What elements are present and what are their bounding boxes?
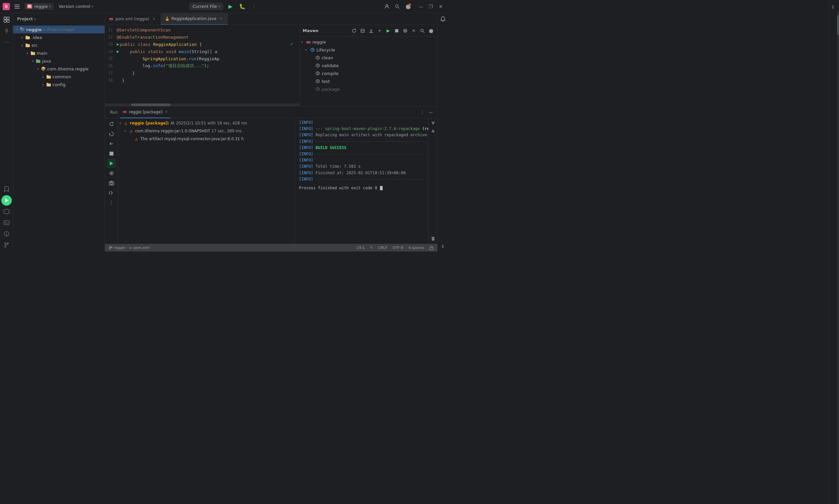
tab-close-reggie[interactable]: ✕: [218, 16, 224, 21]
tab-run[interactable]: Run: [107, 106, 120, 118]
cs-scroll-up[interactable]: [429, 120, 437, 127]
maven-collapse-btn[interactable]: [359, 27, 366, 35]
current-file-button[interactable]: Current File ▾: [189, 3, 223, 10]
maven-search-btn[interactable]: [418, 27, 426, 35]
maven-sidebar-label[interactable]: m: [441, 243, 445, 250]
run-ctrl-restart[interactable]: [107, 129, 116, 139]
maven-settings-btn[interactable]: [427, 27, 435, 35]
activity-item-commits[interactable]: [1, 25, 12, 36]
status-charset[interactable]: UTF-8: [391, 245, 404, 251]
tree-item-com-itheima-reggie[interactable]: ▾ 📦 com.itheima.reggie: [13, 65, 105, 73]
run-ctrl-rerun[interactable]: [107, 120, 116, 129]
run-ctrl-back[interactable]: [107, 139, 116, 148]
activity-item-git[interactable]: [1, 240, 12, 250]
run-ctrl-play[interactable]: [107, 159, 116, 168]
activity-item-run[interactable]: [1, 195, 12, 206]
editor-hscrollbar[interactable]: [105, 104, 299, 106]
maven-run-btn[interactable]: ▶: [384, 27, 392, 35]
version-control-label: Version control: [59, 4, 90, 9]
sidebar-dropdown-icon[interactable]: ▾: [34, 17, 36, 21]
close-button[interactable]: ✕: [436, 2, 445, 11]
maven-arrow-lifecycle: ▾: [305, 48, 309, 52]
more-options-button[interactable]: ⋮: [250, 2, 259, 11]
activity-item-project[interactable]: [1, 14, 12, 25]
bottom-ctrl-more[interactable]: ⋮: [418, 108, 426, 116]
tab-reggie-application[interactable]: ReggieApplication.java ✕: [161, 13, 228, 25]
svg-point-47: [110, 182, 113, 184]
tree-item-reggie[interactable]: ▾ reggie C:\Projects\reggie: [13, 25, 105, 33]
run-tree-item-reggie-package[interactable]: ▾ ⚠ reggie [package]: At 2025/2/1 10:51 …: [118, 120, 295, 127]
status-position[interactable]: 19:1: [355, 245, 366, 251]
status-lock[interactable]: [428, 245, 435, 251]
search-button[interactable]: [393, 2, 402, 11]
restore-button[interactable]: ❐: [426, 2, 435, 11]
maven-close-btn[interactable]: ✕: [410, 27, 418, 35]
maven-add-btn[interactable]: +: [376, 27, 383, 35]
tab-reggie-package[interactable]: m reggie [package] ✕: [120, 106, 171, 118]
tab-close-pom[interactable]: ✕: [152, 16, 157, 22]
status-indent[interactable]: 4 spaces: [407, 245, 426, 251]
maven-item-clean[interactable]: clean: [300, 54, 438, 61]
current-file-label: Current File: [192, 4, 217, 9]
tab-pom-xml[interactable]: m pom.xml (reggie) ✕: [105, 13, 161, 25]
maven-header: Maven: [300, 25, 438, 37]
tree-item-idea[interactable]: ▸ .idea: [13, 33, 105, 41]
version-control-button[interactable]: Version control ▾: [56, 3, 96, 10]
cs-clear[interactable]: [429, 235, 437, 242]
maven-item-reggie[interactable]: ▾ m reggie: [300, 38, 438, 46]
run-jar-time: 17 sec, 389 ms: [211, 129, 242, 133]
debug-button[interactable]: 🐛: [238, 2, 247, 11]
current-file-dropdown-icon: ▾: [218, 4, 220, 8]
maven-item-compile[interactable]: compile: [300, 69, 438, 77]
run-tree-item-jar[interactable]: ▸ ⚠ com.itheima.reggie:jar:1.0-SNAPSHOT …: [118, 127, 295, 135]
maven-stop-btn[interactable]: [393, 27, 401, 35]
status-edit[interactable]: ✎: [369, 245, 374, 251]
project-selector[interactable]: R reggie ▾: [24, 3, 53, 10]
activity-item-problems[interactable]: [1, 229, 12, 239]
line-number-14: 14: [105, 49, 117, 54]
run-ctrl-soft-wrap[interactable]: [107, 169, 116, 178]
maven-item-lifecycle[interactable]: ▾ Lifecycle: [300, 46, 438, 54]
run-ctrl-extra[interactable]: ⋮: [107, 198, 116, 207]
run-arrow-13[interactable]: ▶: [117, 42, 119, 47]
run-ctrl-jump[interactable]: [107, 188, 116, 197]
run-button[interactable]: ▶: [226, 2, 235, 11]
console-output[interactable]: [INFO] [INFO] --- spring-boot-maven-plug…: [295, 118, 428, 244]
run-ctrl-stop[interactable]: [107, 149, 116, 158]
tree-item-src[interactable]: ▾ src: [13, 41, 105, 49]
activity-item-services[interactable]: [1, 206, 12, 217]
run-tree-item-artifact[interactable]: ⚠ The artifact mysql:mysql-connector-jav…: [118, 135, 295, 143]
bottom-ctrl-minimize[interactable]: —: [427, 108, 435, 116]
maven-refresh-btn[interactable]: [350, 27, 358, 35]
maven-icon-reggie: m: [306, 39, 311, 44]
notification-bell[interactable]: [439, 14, 447, 23]
activity-item-bookmark[interactable]: [1, 184, 12, 195]
tree-item-config[interactable]: ▸ config: [13, 80, 105, 88]
maven-item-package[interactable]: package: [300, 85, 438, 93]
activity-item-more[interactable]: ···: [1, 37, 12, 47]
maven-skip-btn[interactable]: [401, 27, 409, 35]
tree-item-main[interactable]: ▾ main: [13, 49, 105, 57]
minimize-button[interactable]: —: [416, 2, 426, 11]
cs-scroll-down[interactable]: [429, 127, 437, 134]
run-item-text-artifact: The artifact mysql:mysql-connector-java:…: [140, 136, 244, 142]
title-bar-center: Current File ▾ ▶ 🐛 ⋮: [189, 2, 259, 11]
maven-download-btn[interactable]: [367, 27, 375, 35]
maven-arrow-reggie: ▾: [301, 40, 305, 44]
settings-button[interactable]: [403, 2, 412, 11]
maven-item-validate[interactable]: validate: [300, 61, 438, 69]
run-arrow-14[interactable]: ▶: [117, 49, 119, 54]
code-editor[interactable]: 11 @ServletComponentScan 12 @EnableTrans…: [105, 25, 299, 106]
tree-item-java[interactable]: ▾ java: [13, 57, 105, 65]
maven-item-test[interactable]: test: [300, 77, 438, 85]
status-crlf[interactable]: CRLF: [377, 245, 389, 251]
tree-item-common[interactable]: ▸ common: [13, 73, 105, 80]
svg-marker-13: [5, 198, 8, 202]
console-info-4: [INFO]: [299, 139, 313, 144]
account-button[interactable]: [382, 2, 392, 11]
tab-package-close[interactable]: ✕: [165, 110, 168, 114]
activity-item-terminal[interactable]: [1, 217, 12, 228]
hamburger-button[interactable]: [13, 2, 22, 11]
status-git[interactable]: reggie › pom.xml: [107, 245, 151, 251]
run-ctrl-snapshot[interactable]: [107, 179, 116, 188]
